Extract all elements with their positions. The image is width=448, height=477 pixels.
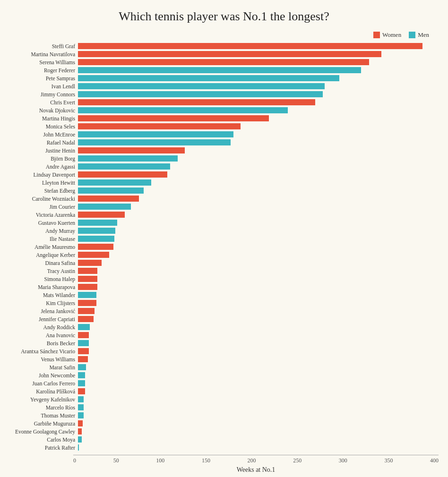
bar-container (78, 260, 443, 266)
bar-row: Jelena Janković (9, 307, 443, 315)
player-name: Jimmy Connors (9, 92, 78, 97)
player-name: Boris Becker (9, 341, 78, 346)
bar-container (78, 196, 443, 202)
men-bar (78, 228, 115, 234)
women-bar (78, 252, 109, 258)
player-name: Chris Evert (9, 100, 78, 105)
x-tick: 250 (293, 457, 302, 464)
bar-container (78, 292, 443, 298)
bar-container (78, 348, 443, 354)
player-name: Mats Wilander (9, 292, 78, 298)
bar-container (78, 123, 443, 129)
bar-row: Ilie Nastase (9, 235, 443, 242)
legend-men-label: Men (418, 31, 429, 39)
player-name: Lindsay Davenport (9, 172, 78, 178)
player-name: Martina Hingis (9, 116, 78, 121)
bar-row: Pete Sampras (9, 75, 443, 82)
women-bar (78, 420, 83, 426)
bar-container (78, 364, 443, 370)
bar-row: Marcelo Ríos (9, 404, 443, 411)
women-bar (78, 300, 96, 306)
x-tick: 400 (430, 457, 439, 464)
bar-container (78, 324, 443, 330)
bar-container (78, 51, 443, 57)
bar-row: Martina Hingis (9, 115, 443, 122)
player-name: Andy Murray (9, 228, 78, 234)
women-bar (78, 268, 97, 274)
bar-row: Garbiñe Muguruza (9, 420, 443, 427)
bar-row: Monica Seles (9, 123, 443, 130)
men-bar (78, 340, 89, 346)
x-tick: 150 (202, 457, 210, 464)
player-name: Steffi Graf (9, 43, 78, 49)
bar-row: Marat Safin (9, 364, 443, 371)
men-bar (78, 396, 84, 402)
bar-container (78, 43, 443, 49)
bar-row: Jim Courier (9, 203, 443, 210)
bar-row: Andre Agassi (9, 163, 443, 170)
bar-row: Caroline Wozniacki (9, 195, 443, 202)
player-name: Monica Seles (9, 124, 78, 129)
bar-row: Stefan Edberg (9, 187, 443, 194)
player-name: Stefan Edberg (9, 188, 78, 194)
legend-women: Women (373, 31, 401, 39)
women-bar (78, 388, 85, 394)
women-bar (78, 196, 139, 202)
bar-row: Victoria Azarenka (9, 211, 443, 218)
bar-row: Maria Sharapova (9, 283, 443, 290)
men-bar (78, 163, 170, 170)
bar-container (78, 212, 443, 218)
bar-container (78, 171, 443, 178)
x-tick: 200 (248, 457, 256, 464)
bar-container (78, 340, 443, 346)
chart-title: Which tennis player was No.1 the longest… (5, 9, 443, 24)
player-name: Garbiñe Muguruza (9, 421, 78, 426)
men-bar (78, 436, 82, 443)
legend-women-box (373, 32, 380, 38)
bar-container (78, 131, 443, 137)
women-bar (78, 284, 97, 290)
player-name: Martina Navratilova (9, 51, 78, 57)
bar-row: Chris Evert (9, 99, 443, 106)
bar-container (78, 428, 443, 434)
women-bar (78, 428, 82, 434)
women-bar (78, 356, 88, 362)
player-name: Lleyton Hewitt (9, 180, 78, 186)
player-name: Karolína Plíšková (9, 389, 78, 394)
women-bar (78, 123, 241, 129)
bar-row: Steffi Graf (9, 43, 443, 50)
bar-container (78, 404, 443, 410)
bar-row: Boris Becker (9, 340, 443, 347)
bar-container (78, 107, 443, 113)
women-bar (78, 276, 97, 282)
men-bar (78, 364, 86, 370)
x-tick: 300 (339, 457, 347, 464)
men-bar (78, 83, 325, 89)
bar-container (78, 412, 443, 418)
bar-container (78, 147, 443, 153)
bar-container (78, 276, 443, 282)
player-name: Kim Clijsters (9, 300, 78, 306)
bar-row: Evonne Goolagong Cawley (9, 428, 443, 435)
men-bar (78, 155, 178, 162)
women-bar (78, 171, 167, 178)
player-name: Serena Williams (9, 60, 78, 65)
men-bar (78, 131, 233, 137)
bar-container (78, 284, 443, 290)
men-bar (78, 75, 339, 81)
men-bar (78, 292, 96, 298)
bar-container (78, 83, 443, 89)
men-bar (78, 179, 151, 186)
bar-container (78, 187, 443, 194)
women-bar (78, 332, 89, 338)
x-tick: 0 (73, 457, 76, 464)
player-name: Maria Sharapova (9, 284, 78, 290)
bar-row: Justine Henin (9, 147, 443, 154)
bar-row: Andy Roddick (9, 324, 443, 331)
player-name: Dinara Safina (9, 260, 78, 266)
player-name: Roger Federer (9, 68, 78, 73)
men-bar (78, 412, 84, 418)
bar-container (78, 155, 443, 162)
bar-row: Gustavo Kuerten (9, 219, 443, 226)
player-name: Jelena Janković (9, 308, 78, 314)
